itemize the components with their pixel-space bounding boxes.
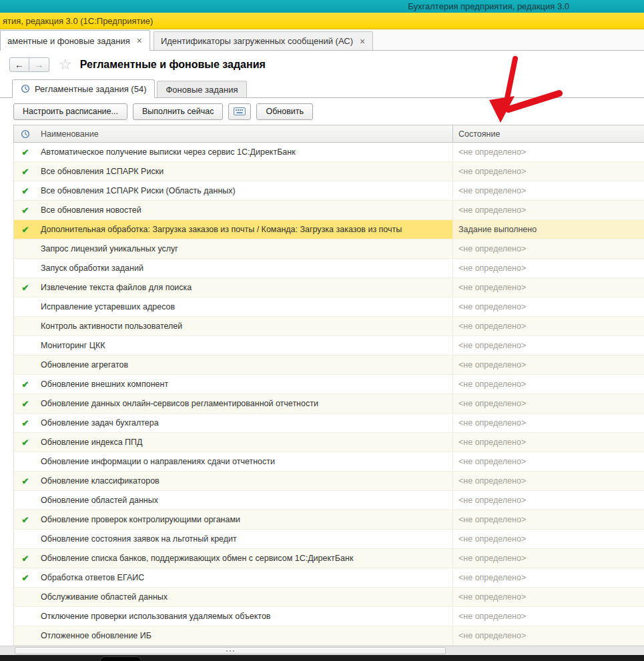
- check-icon: ✔: [22, 205, 29, 215]
- task-name: Обновление состояния заявок на льготный …: [37, 530, 452, 548]
- tab-scheduled-jobs[interactable]: аментные и фоновые задания ×: [0, 30, 150, 51]
- refresh-button[interactable]: Обновить: [256, 103, 313, 120]
- task-state: <не определено>: [452, 143, 644, 161]
- forward-arrow-icon: →: [35, 59, 44, 70]
- task-name: Обновление данных онлайн-сервисов реглам…: [37, 394, 452, 413]
- back-button[interactable]: ←: [9, 57, 29, 72]
- scrollbar-thumb[interactable]: [15, 647, 446, 654]
- check-icon: ✔: [22, 573, 29, 583]
- table-row[interactable]: ✔ Обновление индекса ППД <не определено>: [14, 433, 644, 452]
- column-header-status-icon[interactable]: [14, 125, 37, 142]
- table-row[interactable]: ✔ Обновление проверок контролирующими ор…: [14, 510, 644, 530]
- table-row[interactable]: ✔ Извлечение текста файлов для поиска <н…: [14, 278, 644, 297]
- close-icon[interactable]: ×: [359, 37, 366, 46]
- task-name: Обновление агрегатов: [37, 356, 452, 374]
- page-title: Регламентные и фоновые задания: [80, 59, 266, 71]
- task-status-cell: ✔: [14, 472, 37, 490]
- check-icon: ✔: [22, 283, 29, 293]
- check-icon: ✔: [22, 554, 29, 564]
- task-status-cell: ✔: [14, 201, 37, 219]
- table-row[interactable]: Исправление устаревших адресов <не опред…: [14, 297, 644, 317]
- table-row[interactable]: Мониторинг ЦКК <не определено>: [14, 336, 644, 356]
- task-name: Отложенное обновление ИБ: [37, 626, 452, 645]
- task-status-cell: [14, 452, 37, 471]
- close-icon[interactable]: ×: [136, 36, 143, 45]
- subtab-background-jobs[interactable]: Фоновые задания: [157, 81, 246, 97]
- subtab-scheduled-jobs[interactable]: Регламентные задания (54): [12, 79, 155, 98]
- clock-icon: [21, 129, 30, 139]
- task-name: Обновление внешних компонент: [37, 375, 452, 394]
- table-row[interactable]: Обновление областей данных <не определен…: [14, 491, 644, 510]
- table-row[interactable]: Обновление информации о направлениях сда…: [14, 452, 644, 472]
- task-name: Запуск обработки заданий: [37, 259, 452, 277]
- task-status-cell: ✔: [14, 414, 37, 432]
- table-row[interactable]: Отключение проверки использования удаляе…: [14, 607, 644, 626]
- table-row[interactable]: ✔ Обновление внешних компонент <не опред…: [14, 375, 644, 394]
- task-state: <не определено>: [452, 414, 644, 432]
- task-status-cell: ✔: [14, 162, 37, 181]
- table-row[interactable]: Контроль активности пользователей <не оп…: [14, 317, 644, 336]
- run-now-button[interactable]: Выполнить сейчас: [133, 103, 224, 120]
- task-status-cell: [14, 491, 37, 510]
- screen-bottom-edge: [0, 655, 644, 661]
- task-name: Все обновления новостей: [37, 201, 452, 219]
- column-header-name[interactable]: Наименование: [37, 125, 452, 142]
- task-name: Обработка ответов ЕГАИС: [37, 568, 452, 587]
- task-name: Обновление проверок контролирующими орга…: [37, 510, 452, 529]
- subtab-bar: Регламентные задания (54) Фоновые задани…: [0, 79, 644, 98]
- task-status-cell: ✔: [14, 375, 37, 394]
- table-header: Наименование Состояние: [13, 125, 644, 143]
- table-row[interactable]: ✔ Автоматическое получение выписки через…: [14, 143, 644, 162]
- table-row[interactable]: ✔ Обновление списка банков, поддерживающ…: [14, 549, 644, 568]
- task-name: Мониторинг ЦКК: [37, 336, 452, 355]
- task-status-cell: [14, 239, 37, 258]
- app-window: Бухгалтерия предприятия, редакция 3.0 ят…: [0, 0, 644, 661]
- task-name: Обновление индекса ППД: [37, 433, 452, 452]
- table-row[interactable]: ✔ Обновление данных онлайн-сервисов регл…: [14, 394, 644, 414]
- task-state: Задание выполнено: [452, 220, 644, 239]
- task-status-cell: ✔: [14, 549, 37, 568]
- favorite-star-icon[interactable]: ☆: [59, 57, 72, 72]
- task-state: <не определено>: [452, 239, 644, 258]
- table-row[interactable]: Обслуживание областей данных <не определ…: [14, 588, 644, 607]
- forward-button[interactable]: →: [29, 57, 49, 72]
- task-state: <не определено>: [452, 278, 644, 297]
- table-row[interactable]: ✔ Все обновления 1СПАРК Риски (Область д…: [14, 181, 644, 201]
- table-row[interactable]: Отложенное обновление ИБ <не определено>: [14, 626, 644, 646]
- task-status-cell: [14, 588, 37, 606]
- task-state: <не определено>: [452, 375, 644, 394]
- configure-schedule-button[interactable]: Настроить расписание...: [13, 103, 127, 120]
- tab-message-identifiers[interactable]: Идентификаторы загруженных сообщений (АС…: [153, 31, 373, 50]
- task-state: <не определено>: [452, 317, 644, 336]
- check-icon: ✔: [22, 225, 29, 235]
- table-row[interactable]: Запрос лицензий уникальных услуг <не опр…: [14, 239, 644, 259]
- window-titlebar[interactable]: ятия, редакция 3.0 (1С:Предприятие): [0, 13, 644, 29]
- table-row[interactable]: ✔ Все обновления 1СПАРК Риски <не опреде…: [14, 162, 644, 181]
- task-status-cell: ✔: [14, 433, 37, 452]
- task-table-body: ✔ Автоматическое получение выписки через…: [13, 143, 644, 646]
- task-status-cell: ✔: [14, 510, 37, 529]
- task-name: Исправление устаревших адресов: [37, 297, 452, 316]
- column-header-state[interactable]: Состояние: [452, 125, 644, 142]
- history-buttons: ← →: [9, 57, 49, 72]
- back-arrow-icon: ←: [15, 59, 24, 70]
- tab-label: Идентификаторы загруженных сообщений (АС…: [161, 36, 353, 46]
- table-row[interactable]: ✔ Обновление классификаторов <не определ…: [14, 472, 644, 491]
- jobs-table: Наименование Состояние ✔ Автоматическое …: [13, 125, 644, 646]
- table-row[interactable]: ✔ Все обновления новостей <не определено…: [14, 201, 644, 220]
- table-row[interactable]: ✔ Обновление задач бухгалтера <не опреде…: [14, 414, 644, 433]
- table-row[interactable]: ✔ Дополнительная обработка: Загрузка зак…: [14, 220, 644, 239]
- task-state: <не определено>: [452, 607, 644, 626]
- toolbar: Настроить расписание... Выполнить сейчас…: [0, 98, 644, 125]
- table-row[interactable]: Обновление состояния заявок на льготный …: [14, 530, 644, 549]
- table-row[interactable]: Запуск обработки заданий <не определено>: [14, 259, 644, 278]
- task-status-cell: ✔: [14, 143, 37, 161]
- horizontal-scrollbar[interactable]: [0, 646, 644, 655]
- task-state: <не определено>: [452, 201, 644, 219]
- table-row[interactable]: Обновление агрегатов <не определено>: [14, 356, 644, 375]
- table-row[interactable]: ✔ Обработка ответов ЕГАИС <не определено…: [14, 568, 644, 588]
- task-state: <не определено>: [452, 472, 644, 490]
- keyboard-input-button[interactable]: [228, 103, 251, 120]
- task-status-cell: ✔: [14, 181, 37, 200]
- task-state: <не определено>: [452, 530, 644, 548]
